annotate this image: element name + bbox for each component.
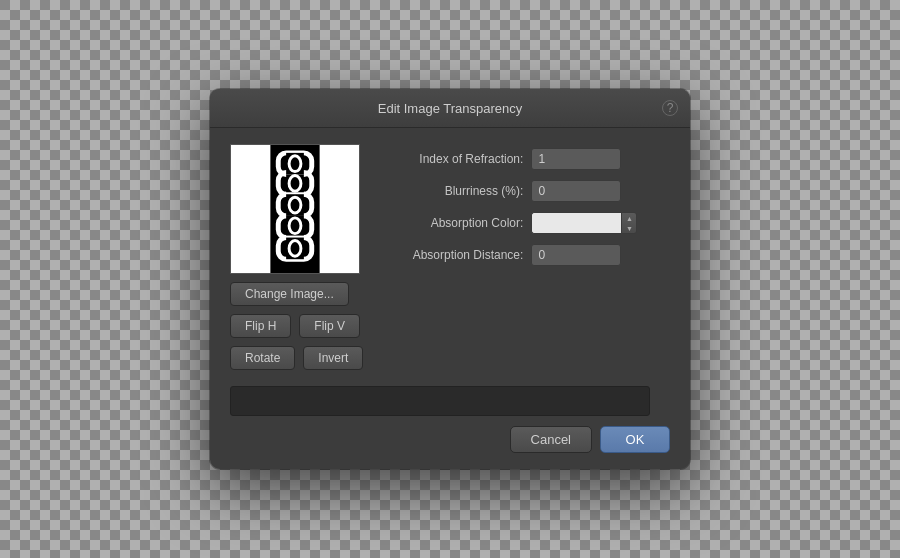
absorption-distance-input[interactable]	[531, 244, 621, 266]
absorption-color-swatch[interactable]	[531, 212, 621, 234]
ok-button[interactable]: OK	[600, 426, 670, 453]
right-panel: Index of Refraction: Blurriness (%): Abs…	[383, 144, 670, 370]
absorption-color-label: Absorption Color:	[383, 216, 523, 230]
image-preview	[230, 144, 360, 274]
blurriness-row: Blurriness (%):	[383, 180, 670, 202]
absorption-color-picker: ▲ ▼	[531, 212, 637, 234]
change-image-button[interactable]: Change Image...	[230, 282, 349, 306]
dialog-body: Change Image... Flip H Flip V Rotate Inv…	[210, 128, 690, 386]
flip-v-button[interactable]: Flip V	[299, 314, 360, 338]
blurriness-input[interactable]	[531, 180, 621, 202]
help-button[interactable]: ?	[662, 100, 678, 116]
absorption-distance-row: Absorption Distance:	[383, 244, 670, 266]
cancel-button[interactable]: Cancel	[510, 426, 592, 453]
edit-image-transparency-dialog: Edit Image Transparency ?	[210, 89, 690, 469]
index-of-refraction-label: Index of Refraction:	[383, 152, 523, 166]
change-image-row: Change Image...	[230, 282, 349, 306]
flip-buttons-row: Flip H Flip V	[230, 314, 360, 338]
svg-rect-1	[320, 145, 359, 273]
spinner-up-icon[interactable]: ▲	[622, 213, 636, 223]
blurriness-label: Blurriness (%):	[383, 184, 523, 198]
dialog-footer: Cancel OK	[210, 416, 690, 469]
absorption-color-spinner[interactable]: ▲ ▼	[621, 212, 637, 234]
left-panel: Change Image... Flip H Flip V Rotate Inv…	[230, 144, 363, 370]
index-of-refraction-row: Index of Refraction:	[383, 148, 670, 170]
absorption-distance-label: Absorption Distance:	[383, 248, 523, 262]
bottom-section	[210, 386, 690, 416]
chain-image	[231, 145, 359, 273]
svg-rect-0	[231, 145, 270, 273]
absorption-color-row: Absorption Color: ▲ ▼	[383, 212, 670, 234]
flip-h-button[interactable]: Flip H	[230, 314, 291, 338]
rotate-button[interactable]: Rotate	[230, 346, 295, 370]
index-of-refraction-input[interactable]	[531, 148, 621, 170]
dialog-title: Edit Image Transparency	[378, 101, 523, 116]
spinner-down-icon[interactable]: ▼	[622, 223, 636, 233]
dialog-titlebar: Edit Image Transparency ?	[210, 89, 690, 128]
bottom-text-field[interactable]	[230, 386, 650, 416]
rotate-invert-row: Rotate Invert	[230, 346, 363, 370]
invert-button[interactable]: Invert	[303, 346, 363, 370]
